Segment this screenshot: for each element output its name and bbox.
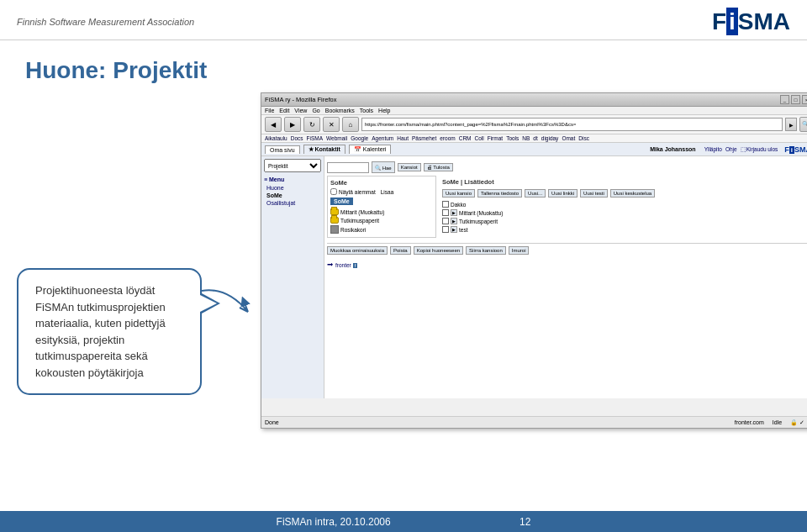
- status-icons: 🔒 ✓ ✓: [790, 419, 807, 426]
- tallenna-btn[interactable]: Tallenna tiedosto: [477, 189, 522, 198]
- home-btn[interactable]: ⌂: [342, 117, 359, 132]
- uusi-btn[interactable]: Uusi...: [525, 189, 546, 198]
- bookmark-webmail[interactable]: Webmail: [326, 135, 347, 141]
- menu-bookmarks[interactable]: Bookmarks: [325, 108, 355, 113]
- address-bar[interactable]: https://fronter.com/fisma/main.phtml?con…: [361, 118, 783, 131]
- nav-some[interactable]: SoMe: [264, 192, 321, 199]
- bookmark-disc[interactable]: Disc: [578, 135, 589, 141]
- some-btn[interactable]: SoMe: [330, 198, 353, 205]
- folder-mittarit[interactable]: Mittarit (Muokattu): [330, 208, 433, 216]
- bookmark-eroom[interactable]: eroom: [440, 135, 455, 141]
- link-kirjaudu[interactable]: ⬚Kirjaudu ulos: [741, 146, 778, 153]
- bookmark-coll[interactable]: Coll: [475, 135, 484, 141]
- poista-btn[interactable]: Poista: [390, 246, 411, 255]
- nav-osallistujat[interactable]: Osallistujat: [264, 199, 321, 207]
- app-toolbar: Oma sivu ★ Kontaktit 📅 Kalenteri Mika Jo…: [261, 143, 807, 156]
- arrow-select-3[interactable]: ▶: [451, 226, 457, 233]
- tulosta-btn[interactable]: 🖨 Tulosta: [424, 163, 453, 171]
- bookmark-aikataulu[interactable]: Aikataulu: [265, 135, 287, 141]
- menu-help[interactable]: Help: [378, 108, 390, 113]
- kansiot-btn[interactable]: Kansiot: [398, 163, 421, 171]
- menu-edit[interactable]: Edit: [279, 108, 289, 113]
- go-btn[interactable]: ▶: [785, 118, 797, 131]
- reload-btn[interactable]: ↻: [303, 117, 320, 132]
- bookmark-docs[interactable]: Docs: [291, 135, 303, 141]
- main-layout: Projektihuoneesta löydät FiSMAn tutkimus…: [0, 92, 807, 462]
- uusi-testi-btn[interactable]: Uusi testi: [580, 189, 608, 198]
- sidebar-section: Projektit: [264, 159, 321, 175]
- checkbox-2[interactable]: [442, 209, 449, 216]
- folder-icon: [330, 217, 339, 224]
- right-folder-dakko: Dakko: [442, 200, 807, 208]
- app-toplinks: Ylläpito Ohje ⬚Kirjaudu ulos: [704, 146, 778, 153]
- right-folder-mittarit: ▶ Mittarit (Muokattu): [442, 208, 807, 217]
- checkbox-4[interactable]: [442, 226, 449, 233]
- search-btn-toolbar[interactable]: 🔍: [799, 117, 807, 132]
- folder-tutkimuspaperit[interactable]: Tutkimuspaperit: [330, 216, 433, 224]
- org-name: Finnish Software Measurement Association: [17, 17, 194, 27]
- uusi-keskustelua-btn[interactable]: Uusi keskustelua: [610, 189, 655, 198]
- right-panel-toolbar: Uusi kansio Tallenna tiedosto Uusi... Uu…: [442, 189, 807, 198]
- files-panel: SoMe Näytä aiemmat Lisaa SoMe Mittarit: [327, 176, 807, 238]
- arrow-select-2[interactable]: ▶: [451, 218, 457, 224]
- maximize-btn[interactable]: □: [791, 95, 800, 104]
- bookmark-agentum[interactable]: Agentum: [372, 135, 393, 141]
- arrow-select-1[interactable]: ▶: [451, 209, 457, 216]
- siirra-btn[interactable]: Siirra kansioon: [466, 246, 506, 255]
- folder-name: Rosikakori: [340, 227, 366, 233]
- header: Finnish Software Measurement Association…: [0, 0, 807, 40]
- bookmark-nb[interactable]: NB: [522, 135, 530, 141]
- bookmark-crm[interactable]: CRM: [459, 135, 472, 141]
- search-button[interactable]: 🔍 Hae: [372, 161, 395, 173]
- uusi-kansio-btn[interactable]: Uusi kansio: [442, 189, 475, 198]
- sidebar-select[interactable]: Projektit: [264, 159, 321, 172]
- search-input[interactable]: [327, 162, 369, 173]
- files-left-panel: SoMe Näytä aiemmat Lisaa SoMe Mittarit: [327, 176, 436, 238]
- uusi-linkki-btn[interactable]: Uusi linkki: [548, 189, 578, 198]
- bookmark-digiday[interactable]: digiday: [541, 135, 559, 141]
- speech-bubble: Projektihuoneesta löydät FiSMAn tutkimus…: [17, 268, 202, 395]
- pointer-arrow: [193, 282, 261, 328]
- bubble-text: Projektihuoneesta löydät FiSMAn tutkimus…: [35, 284, 166, 379]
- link-ohje[interactable]: Ohje: [725, 146, 737, 153]
- menu-file[interactable]: File: [265, 108, 274, 113]
- bookmark-google[interactable]: Google: [351, 135, 368, 141]
- folder-test: test: [459, 227, 467, 233]
- fronter-link[interactable]: ⮕ fronter f: [327, 261, 807, 269]
- browser-main-content: 🔍 Hae Kansiot 🖨 Tulosta SoMe Näytä aiemm…: [324, 156, 807, 398]
- bookmark-tools[interactable]: Tools: [506, 135, 519, 141]
- menu-tools[interactable]: Tools: [360, 108, 373, 113]
- imuroi-btn[interactable]: Imuroi: [509, 246, 530, 255]
- tab-oma-sivu[interactable]: Oma sivu: [265, 145, 300, 154]
- bookmark-haut[interactable]: Haut: [397, 135, 409, 141]
- show-earlier-label: Näytä aiemmat: [339, 189, 376, 195]
- link-yllapito[interactable]: Ylläpito: [704, 146, 722, 153]
- menu-view[interactable]: View: [294, 108, 307, 113]
- bookmark-pasmehet[interactable]: Päsmehet: [412, 135, 436, 141]
- bookmark-fisma[interactable]: FiSMA: [307, 135, 324, 141]
- forward-btn[interactable]: ▶: [284, 117, 301, 132]
- bookmark-firmat[interactable]: Firmat: [488, 135, 503, 141]
- window-buttons[interactable]: _ □ ×: [780, 95, 807, 104]
- stop-btn[interactable]: ✕: [323, 117, 340, 132]
- status-text: Done: [265, 419, 726, 425]
- back-btn[interactable]: ◀: [265, 117, 282, 132]
- minimize-btn[interactable]: _: [780, 95, 789, 104]
- bookmark-omat[interactable]: Omat: [562, 135, 575, 141]
- tab-kontaktit[interactable]: ★ Kontaktit: [303, 145, 345, 154]
- folder-rosikakori[interactable]: Rosikakori: [330, 224, 433, 234]
- menu-go[interactable]: Go: [312, 108, 319, 113]
- kopioi-btn[interactable]: Kopioi huoneeseen: [414, 246, 463, 255]
- right-folder-test: ▶ test: [442, 225, 807, 234]
- show-earlier-checkbox[interactable]: [330, 188, 337, 195]
- nav-huone[interactable]: Huone: [264, 184, 321, 192]
- folder-name: Tutkimuspaperit: [340, 218, 379, 224]
- checkbox-1[interactable]: [442, 201, 449, 208]
- logo-area: FiSMA: [712, 8, 790, 35]
- tab-kalenteri[interactable]: 📅 Kalenteri: [349, 145, 392, 154]
- close-btn[interactable]: ×: [802, 95, 807, 104]
- muokkaa-btn[interactable]: Muokkaa ominaisuuksia: [327, 246, 388, 255]
- bookmark-dt[interactable]: dt: [533, 135, 537, 141]
- checkbox-3[interactable]: [442, 218, 449, 224]
- right-panel-label: SoMe | Lisätiedot: [442, 178, 494, 186]
